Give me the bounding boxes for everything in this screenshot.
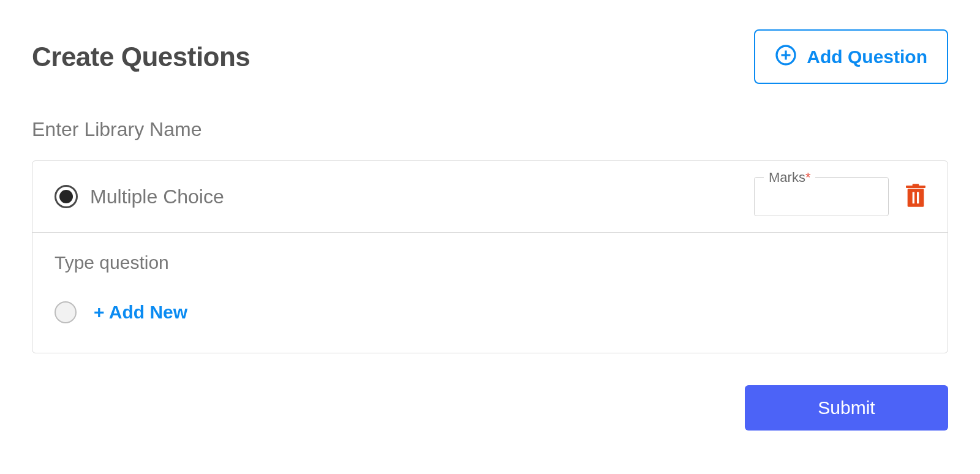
- add-question-label: Add Question: [807, 48, 927, 66]
- page-title: Create Questions: [32, 42, 250, 72]
- marks-label: Marks*: [764, 170, 815, 186]
- plus-circle-icon: [775, 44, 797, 69]
- question-card: Multiple Choice Marks* Type question + A…: [32, 160, 948, 353]
- question-text-input[interactable]: Type question: [55, 252, 925, 273]
- question-type-label: Multiple Choice: [90, 186, 754, 208]
- svg-rect-3: [908, 189, 924, 206]
- svg-rect-5: [913, 184, 919, 186]
- question-card-header: Multiple Choice Marks*: [32, 161, 948, 233]
- option-row: + Add New: [55, 301, 925, 323]
- radio-selected-icon: [55, 185, 78, 208]
- radio-unselected-icon[interactable]: [55, 301, 77, 323]
- library-name-section: Enter Library Name: [32, 118, 948, 141]
- page-footer: Submit: [32, 385, 948, 431]
- add-question-button[interactable]: Add Question: [754, 29, 948, 84]
- page-header: Create Questions Add Question: [32, 29, 948, 84]
- required-asterisk: *: [805, 170, 811, 185]
- library-name-input[interactable]: Enter Library Name: [32, 118, 948, 141]
- svg-rect-7: [917, 192, 919, 204]
- add-new-option-button[interactable]: + Add New: [94, 302, 187, 323]
- question-card-body: Type question + Add New: [32, 233, 948, 353]
- trash-icon[interactable]: [906, 184, 925, 209]
- svg-rect-6: [913, 192, 914, 204]
- marks-field-wrapper: Marks*: [754, 177, 889, 216]
- submit-button[interactable]: Submit: [745, 385, 948, 431]
